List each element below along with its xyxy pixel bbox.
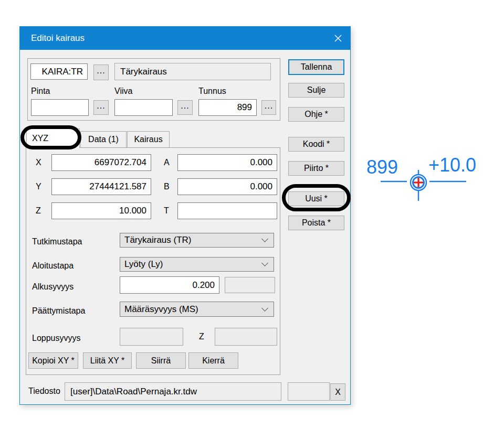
poista-button[interactable]: Poista * — [288, 216, 344, 230]
dialog-title: Editoi kairaus — [31, 27, 85, 50]
tab-xyz[interactable]: XYZ — [26, 128, 80, 148]
ellipsis-icon: ... — [97, 103, 105, 112]
ellipsis-icon: ... — [181, 103, 189, 112]
xyz-tab-panel — [26, 147, 280, 375]
close-icon — [334, 34, 342, 42]
close-button[interactable] — [326, 27, 350, 50]
ohje-button[interactable]: Ohje * — [288, 107, 344, 122]
pinta-label: Pinta — [31, 86, 50, 96]
viiva-browse-button[interactable]: ... — [177, 100, 193, 115]
code-browse-button[interactable]: ... — [93, 65, 109, 80]
tunnus-input[interactable]: 899 — [198, 99, 257, 116]
tiedosto-extra-field — [288, 382, 330, 401]
survey-point-symbol — [362, 152, 483, 207]
tab-data[interactable]: Data (1) — [80, 131, 127, 147]
pinta-browse-button[interactable]: ... — [93, 100, 109, 115]
tiedosto-clear-button[interactable]: X — [330, 383, 345, 401]
type-name-field: Tärykairaus — [114, 63, 271, 80]
viiva-label: Viiva — [114, 86, 132, 96]
tallenna-button[interactable]: Tallenna — [288, 59, 344, 75]
koodi-button[interactable]: Koodi * — [288, 137, 344, 152]
tiedosto-label: Tiedosto — [28, 386, 60, 396]
viiva-input[interactable] — [114, 99, 173, 116]
ellipsis-icon: ... — [97, 68, 105, 77]
piirto-button[interactable]: Piirto * — [288, 161, 344, 176]
tab-kairaus[interactable]: Kairaus — [127, 131, 170, 147]
ellipsis-icon: ... — [265, 103, 273, 112]
sulje-button[interactable]: Sulje — [288, 83, 344, 98]
edit-drilling-dialog: Editoi kairaus KAIRA:TR ... Tärykairaus … — [19, 26, 351, 405]
page: Editoi kairaus KAIRA:TR ... Tärykairaus … — [0, 0, 504, 429]
code-field[interactable]: KAIRA:TR — [30, 63, 88, 80]
tunnus-label: Tunnus — [198, 86, 226, 96]
uusi-button[interactable]: Uusi * — [288, 191, 344, 206]
tiedosto-path-field: [user]\Data\Road\Pernaja.kr.tdw — [65, 382, 281, 401]
pinta-input[interactable] — [31, 99, 89, 116]
tunnus-browse-button[interactable]: ... — [261, 100, 276, 115]
titlebar: Editoi kairaus — [20, 27, 350, 50]
